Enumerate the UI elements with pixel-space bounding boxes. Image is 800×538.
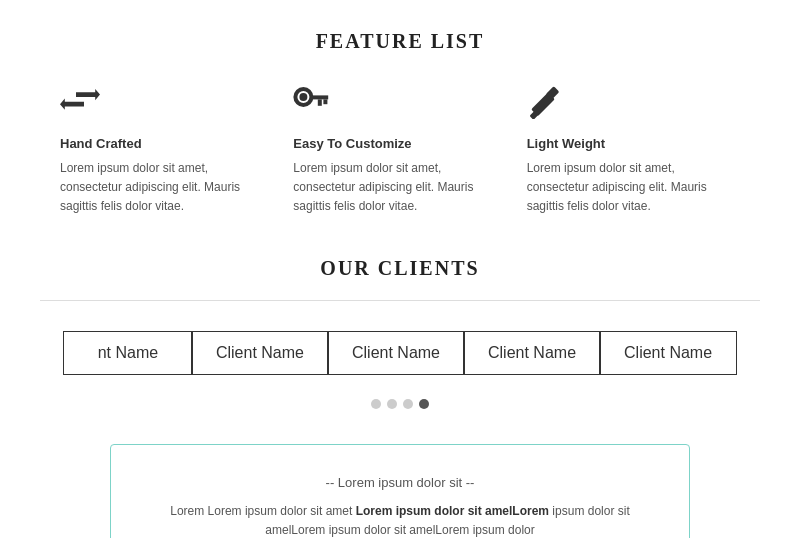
- clients-section: OUR CLIENTS nt Name Client Name Client N…: [0, 237, 800, 429]
- dot-4[interactable]: [419, 399, 429, 409]
- testimonial-section: -- Lorem ipsum dolor sit -- Lorem Lorem …: [110, 444, 690, 538]
- svg-rect-5: [324, 99, 328, 104]
- clients-carousel: nt Name Client Name Client Name Client N…: [0, 321, 800, 385]
- feature-desc-light-weight: Lorem ipsum dolor sit amet, consectetur …: [527, 159, 740, 217]
- feature-section: FEATURE LIST Hand Crafted Lorem ipsum do…: [0, 0, 800, 237]
- client-item-3: Client Name: [463, 331, 601, 375]
- svg-marker-0: [76, 89, 100, 100]
- client-item-4: Client Name: [599, 331, 737, 375]
- svg-rect-6: [318, 99, 322, 105]
- client-item-2: Client Name: [327, 331, 465, 375]
- svg-marker-1: [60, 99, 84, 110]
- dot-3[interactable]: [403, 399, 413, 409]
- testimonial-text: Lorem Lorem ipsum dolor sit amet Lorem i…: [141, 502, 659, 538]
- arrows-icon: [60, 83, 273, 128]
- client-item-1: Client Name: [191, 331, 329, 375]
- client-item-partial: nt Name: [63, 331, 193, 375]
- feature-desc-easy-to-customize: Lorem ipsum dolor sit amet, consectetur …: [293, 159, 506, 217]
- testimonial-text-before: Lorem Lorem ipsum dolor sit amet: [170, 504, 355, 518]
- testimonial-text-bold: Lorem ipsum dolor sit amelLorem: [356, 504, 549, 518]
- clients-divider: [40, 300, 760, 301]
- feature-section-title: FEATURE LIST: [60, 30, 740, 53]
- key-icon: [293, 83, 506, 128]
- carousel-dots: [0, 399, 800, 409]
- gavel-icon: [527, 83, 740, 128]
- feature-desc-hand-crafted: Lorem ipsum dolor sit amet, consectetur …: [60, 159, 273, 217]
- dot-1[interactable]: [371, 399, 381, 409]
- feature-title-light-weight: Light Weight: [527, 136, 740, 151]
- features-grid: Hand Crafted Lorem ipsum dolor sit amet,…: [60, 83, 740, 217]
- dot-2[interactable]: [387, 399, 397, 409]
- feature-title-hand-crafted: Hand Crafted: [60, 136, 273, 151]
- clients-section-title: OUR CLIENTS: [0, 257, 800, 280]
- feature-item-hand-crafted: Hand Crafted Lorem ipsum dolor sit amet,…: [60, 83, 273, 217]
- feature-item-light-weight: Light Weight Lorem ipsum dolor sit amet,…: [527, 83, 740, 217]
- svg-rect-4: [311, 95, 329, 99]
- testimonial-quote: -- Lorem ipsum dolor sit --: [141, 475, 659, 490]
- svg-point-3: [300, 93, 308, 101]
- feature-item-easy-to-customize: Easy To Customize Lorem ipsum dolor sit …: [293, 83, 506, 217]
- feature-title-easy-to-customize: Easy To Customize: [293, 136, 506, 151]
